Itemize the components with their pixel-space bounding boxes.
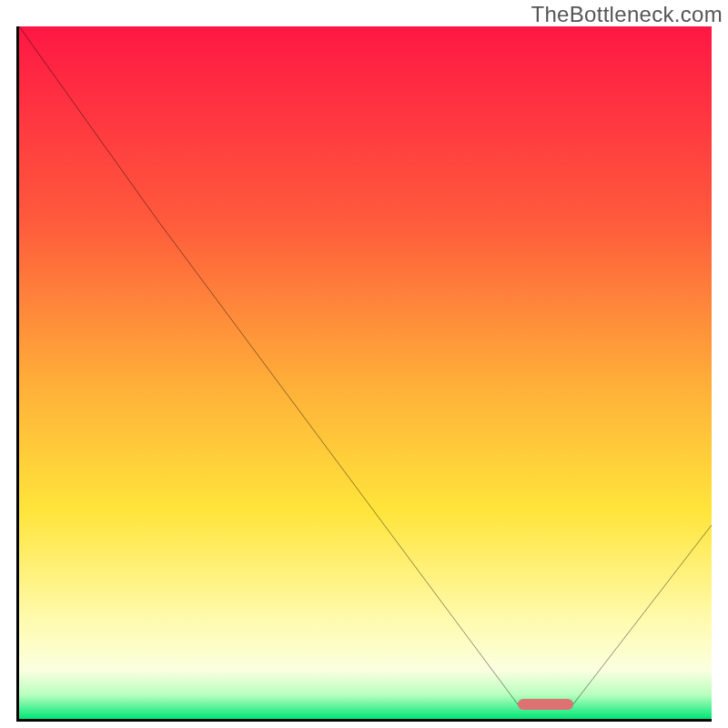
chart-svg (19, 26, 712, 719)
watermark-text: TheBottleneck.com (531, 2, 723, 27)
optimal-range-marker (518, 699, 573, 710)
chart-container: TheBottleneck.com (0, 0, 728, 728)
plot-area (16, 26, 712, 722)
gradient-fill (19, 26, 712, 719)
